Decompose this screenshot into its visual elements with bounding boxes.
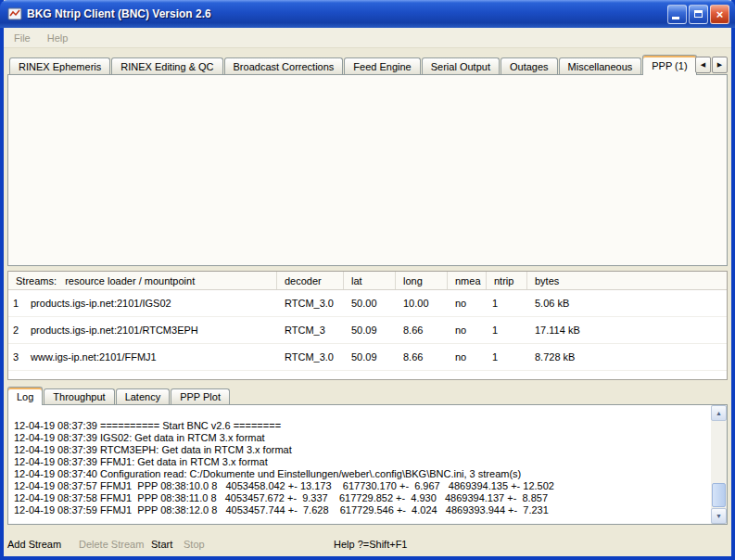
cell-bytes: 5.06 kB (527, 298, 727, 309)
stop-button: Stop (184, 539, 205, 550)
close-button[interactable]: × (710, 5, 729, 24)
ppp-panel (7, 74, 728, 266)
header-nmea: nmea (448, 272, 487, 289)
tab-log[interactable]: Log (7, 387, 43, 405)
log-scrollbar[interactable]: ▲ ▼ (711, 405, 727, 524)
cell-ntrip: 1 (487, 325, 527, 336)
cell-decoder: RTCM_3 (277, 325, 344, 336)
cell-mountpoint: products.igs-ip.net:2101/RTCM3EPH (23, 325, 277, 336)
minimize-button[interactable] (667, 5, 687, 24)
tab-feed-engine[interactable]: Feed Engine (344, 57, 420, 74)
menubar: File Help (4, 28, 731, 48)
tab-scroll-buttons: ◀ ▶ (694, 57, 728, 73)
add-stream-button[interactable]: Add Stream (7, 539, 61, 550)
header-ntrip: ntrip (487, 272, 527, 289)
cell-decoder: RTCM_3.0 (277, 298, 344, 309)
row-number: 3 (8, 351, 23, 363)
streams-table: Streams: resource loader / mountpoint de… (7, 271, 728, 380)
cell-bytes: 8.728 kB (527, 351, 727, 363)
log-line: 12-04-19 08:37:40 Configuration read: C:… (14, 468, 706, 480)
table-row[interactable]: 3 www.igs-ip.net:2101/FFMJ1 RTCM_3.0 50.… (8, 344, 727, 371)
window-title: BKG Ntrip Client (BNC) Version 2.6 (27, 7, 665, 20)
cell-mountpoint: products.igs-ip.net:2101/IGS02 (23, 298, 277, 309)
cell-nmea: no (448, 298, 487, 309)
cell-ntrip: 1 (487, 298, 527, 309)
tab-miscellaneous[interactable]: Miscellaneous (559, 57, 642, 74)
tab-rinex-ephemeris[interactable]: RINEX Ephemeris (9, 57, 110, 74)
log-line: 12-04-19 08:37:39 RTCM3EPH: Get data in … (14, 444, 706, 456)
log-lines: 12-04-19 08:37:39 ========== Start BNC v… (14, 420, 706, 522)
header-decoder: decoder (277, 272, 344, 289)
log-output: 12-04-19 08:37:39 ========== Start BNC v… (7, 404, 728, 525)
delete-stream-button: Delete Stream (79, 539, 144, 550)
cell-nmea: no (448, 325, 487, 336)
scroll-up-icon[interactable]: ▲ (711, 405, 727, 421)
log-tabbar: Log Throughput Latency PPP Plot (7, 387, 231, 404)
log-line: 12-04-19 08:37:39 IGS02: Get data in RTC… (14, 432, 706, 444)
scrollbar-thumb[interactable] (712, 483, 726, 507)
table-row[interactable]: 2 products.igs-ip.net:2101/RTCM3EPH RTCM… (8, 317, 727, 344)
app-icon (7, 6, 22, 21)
tab-latency[interactable]: Latency (116, 388, 171, 404)
maximize-icon (694, 10, 703, 18)
log-line: 12-04-19 08:37:39 FFMJ1: Get data in RTC… (14, 456, 706, 468)
log-line: 12-04-19 08:37:57 FFMJ1 PPP 08:38:10.0 8… (14, 480, 706, 492)
tab-broadcast-corrections[interactable]: Broadcast Corrections (224, 57, 344, 74)
scroll-down-icon[interactable]: ▼ (711, 508, 727, 524)
tab-serial-output[interactable]: Serial Output (422, 57, 500, 74)
cell-long: 8.66 (396, 325, 448, 336)
header-streams-mountpoint: Streams: resource loader / mountpoint (8, 272, 277, 289)
cell-mountpoint: www.igs-ip.net:2101/FFMJ1 (23, 351, 277, 363)
log-line: 12-04-19 08:37:39 ========== Start BNC v… (14, 420, 706, 432)
cell-lat: 50.09 (344, 325, 396, 336)
menu-file[interactable]: File (6, 30, 39, 46)
tab-rinex-editing-qc[interactable]: RINEX Editing & QC (111, 57, 222, 74)
start-button[interactable]: Start (151, 539, 172, 550)
cell-decoder: RTCM_3.0 (277, 351, 344, 363)
cell-lat: 50.09 (344, 351, 396, 363)
tab-throughput[interactable]: Throughput (44, 388, 114, 404)
titlebar[interactable]: BKG Ntrip Client (BNC) Version 2.6 × (0, 0, 735, 28)
main-tabbar: RINEX Ephemeris RINEX Editing & QC Broad… (9, 55, 698, 74)
tab-ppp-plot[interactable]: PPP Plot (171, 388, 230, 404)
log-line: 12-04-19 08:37:59 FFMJ1 PPP 08:38:12.0 8… (14, 504, 706, 516)
close-icon: × (716, 8, 724, 20)
tab-outages[interactable]: Outages (501, 57, 558, 74)
log-line: 12-04-19 08:37:58 FFMJ1 PPP 08:38:11.0 8… (14, 492, 706, 504)
header-long: long (396, 272, 448, 289)
header-lat: lat (344, 272, 396, 289)
streams-table-header: Streams: resource loader / mountpoint de… (8, 272, 727, 290)
row-number: 2 (8, 325, 23, 336)
minimize-icon (672, 17, 679, 19)
cell-nmea: no (448, 351, 487, 363)
app-window: BKG Ntrip Client (BNC) Version 2.6 × Fil… (0, 0, 735, 560)
cell-long: 8.66 (396, 351, 448, 363)
cell-long: 10.00 (396, 298, 448, 309)
cell-bytes: 17.114 kB (527, 325, 727, 336)
help-shortcut-label: Help ?=Shift+F1 (334, 539, 408, 550)
cell-lat: 50.00 (344, 298, 396, 309)
row-number: 1 (8, 298, 23, 309)
header-bytes: bytes (527, 272, 727, 289)
tab-scroll-left-icon[interactable]: ◀ (695, 57, 711, 73)
menu-help[interactable]: Help (39, 30, 77, 46)
table-row[interactable]: 1 products.igs-ip.net:2101/IGS02 RTCM_3.… (8, 290, 727, 317)
tab-ppp-1[interactable]: PPP (1) (642, 55, 696, 75)
tab-scroll-right-icon[interactable]: ▶ (712, 57, 728, 73)
cell-ntrip: 1 (487, 351, 527, 363)
maximize-button[interactable] (689, 5, 708, 24)
